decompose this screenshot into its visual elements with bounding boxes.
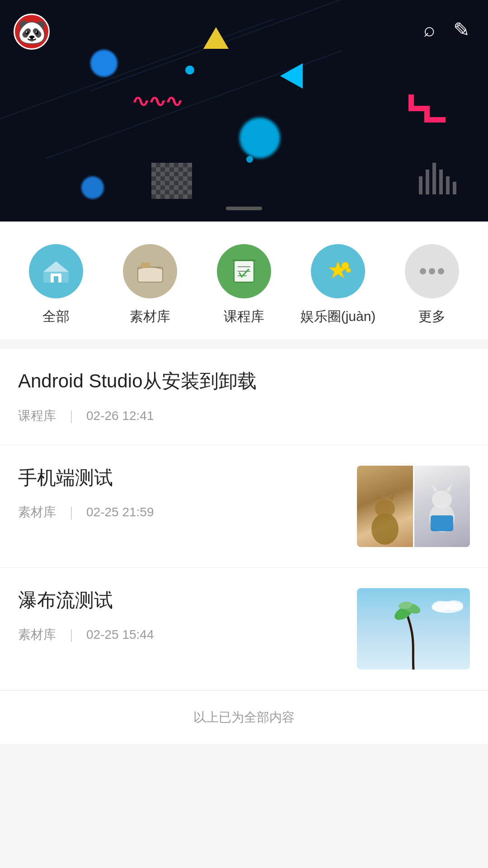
- svg-point-16: [346, 268, 351, 273]
- meta-divider-1: ｜: [65, 407, 77, 425]
- banner: 🐼 ⌕ ✎ ∿∿∿: [0, 0, 488, 222]
- blue-dot-2: [246, 156, 253, 163]
- footer-text: 以上已为全部内容: [193, 710, 295, 724]
- content-time-3: 02-25 15:44: [86, 627, 154, 642]
- category-more[interactable]: 更多: [385, 244, 479, 326]
- content-item-1[interactable]: Android Studio从安装到卸载 课程库 ｜ 02-26 12:41: [0, 349, 488, 445]
- content-title-2: 手机端测试: [18, 466, 343, 491]
- content-time-2: 02-25 21:59: [86, 505, 154, 519]
- svg-point-20: [371, 513, 399, 545]
- content-category-3: 素材库: [18, 626, 56, 643]
- category-materials[interactable]: 素材库: [103, 244, 197, 326]
- meta-divider-3: ｜: [65, 626, 77, 643]
- content-meta-1: 课程库 ｜ 02-26 12:41: [18, 407, 470, 425]
- blue-triangle: [280, 63, 303, 89]
- header-icons: ⌕ ✎: [423, 18, 470, 41]
- svg-marker-28: [446, 483, 452, 492]
- content-text-1: Android Studio从安装到卸载 课程库 ｜ 02-26 12:41: [18, 369, 470, 425]
- svg-marker-23: [389, 492, 395, 501]
- content-category-1: 课程库: [18, 407, 56, 425]
- category-all[interactable]: 全部: [9, 244, 103, 326]
- svg-rect-25: [431, 515, 453, 531]
- content-text-2: 手机端测试 素材库 ｜ 02-25 21:59: [18, 466, 343, 521]
- category-all-icon: [29, 244, 83, 298]
- svg-rect-3: [54, 276, 58, 283]
- avatar[interactable]: 🐼: [14, 14, 50, 50]
- svg-point-17: [420, 268, 426, 274]
- svg-point-26: [432, 491, 452, 509]
- content-meta-2: 素材库 ｜ 02-25 21:59: [18, 504, 343, 521]
- edit-icon[interactable]: ✎: [453, 18, 470, 41]
- content-title-3: 瀑布流测试: [18, 588, 343, 613]
- meta-divider-2: ｜: [65, 504, 77, 521]
- blue-circle-3: [81, 176, 104, 199]
- category-courses-icon: [217, 244, 271, 298]
- category-courses-label: 课程库: [224, 307, 264, 326]
- category-courses[interactable]: 课程库: [197, 244, 291, 326]
- category-more-icon: [405, 244, 459, 298]
- blue-dot-1: [185, 66, 194, 75]
- svg-rect-4: [138, 267, 163, 282]
- content-item-2[interactable]: 手机端测试 素材库 ｜ 02-25 21:59: [0, 445, 488, 568]
- svg-marker-27: [432, 483, 438, 492]
- category-all-label: 全部: [42, 307, 70, 326]
- content-item-3[interactable]: 瀑布流测试 素材库 ｜ 02-25 15:44: [0, 568, 488, 690]
- avatar-image: 🐼: [17, 18, 47, 46]
- blue-circle-1: [90, 50, 117, 77]
- content-title-1: Android Studio从安装到卸载: [18, 369, 470, 394]
- footer: 以上已为全部内容: [0, 690, 488, 744]
- pink-wave: ∿∿∿: [131, 92, 181, 111]
- svg-point-18: [429, 268, 435, 274]
- content-text-3: 瀑布流测试 素材库 ｜ 02-25 15:44: [18, 588, 343, 644]
- slide-indicator: [226, 207, 262, 210]
- pink-step: [407, 93, 447, 126]
- blue-circle-2: [239, 118, 280, 158]
- svg-point-21: [375, 500, 395, 518]
- category-entertainment-label: 娱乐圈(juàn): [300, 307, 376, 326]
- content-thumbnail-2: [357, 466, 470, 547]
- svg-rect-12: [232, 259, 256, 261]
- category-materials-label: 素材库: [130, 307, 170, 326]
- checker-pattern: [151, 163, 192, 199]
- category-more-label: 更多: [418, 307, 446, 326]
- svg-point-19: [438, 268, 444, 274]
- svg-marker-22: [375, 492, 380, 501]
- category-entertainment[interactable]: 娱乐圈(juàn): [291, 244, 385, 326]
- content-list: Android Studio从安装到卸载 课程库 ｜ 02-26 12:41 手…: [0, 349, 488, 690]
- categories-section: 全部 素材库 课程库: [0, 222, 488, 340]
- search-icon[interactable]: ⌕: [423, 18, 435, 41]
- vertical-bars: [419, 163, 456, 194]
- category-entertainment-icon: [311, 244, 365, 298]
- svg-marker-1: [43, 261, 69, 272]
- yellow-triangle: [203, 27, 229, 49]
- content-time-1: 02-26 12:41: [86, 409, 154, 423]
- category-materials-icon: [123, 244, 177, 298]
- svg-rect-6: [141, 263, 150, 268]
- content-thumbnail-3: [357, 588, 470, 670]
- content-category-2: 素材库: [18, 504, 56, 521]
- svg-point-34: [445, 600, 463, 610]
- content-meta-3: 素材库 ｜ 02-25 15:44: [18, 626, 343, 643]
